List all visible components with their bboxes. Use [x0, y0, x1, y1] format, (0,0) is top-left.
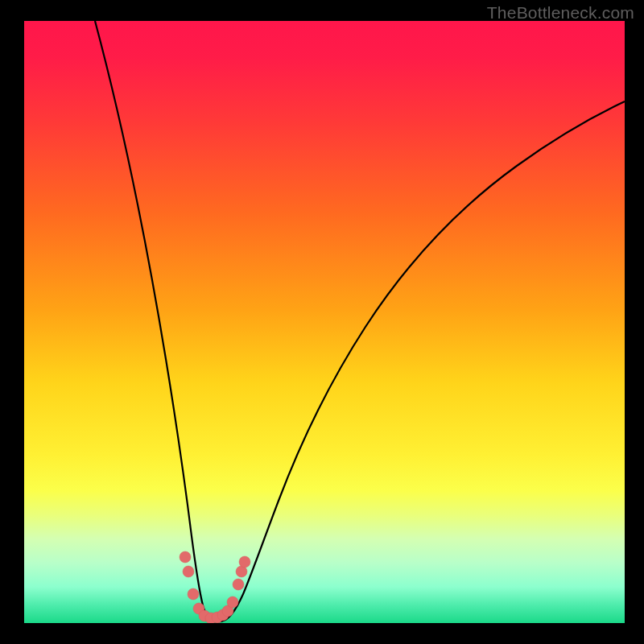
svg-point-1 — [183, 566, 194, 577]
curves-svg — [24, 21, 625, 623]
marker-group — [180, 551, 250, 623]
chart-container: TheBottleneck.com — [0, 0, 644, 644]
svg-point-2 — [188, 588, 199, 600]
watermark-text: TheBottleneck.com — [487, 3, 634, 23]
svg-point-12 — [239, 556, 250, 568]
svg-point-0 — [180, 551, 191, 563]
svg-point-9 — [227, 597, 238, 608]
bottleneck-curve — [95, 21, 625, 621]
plot-area — [24, 21, 625, 623]
svg-point-10 — [233, 579, 244, 590]
